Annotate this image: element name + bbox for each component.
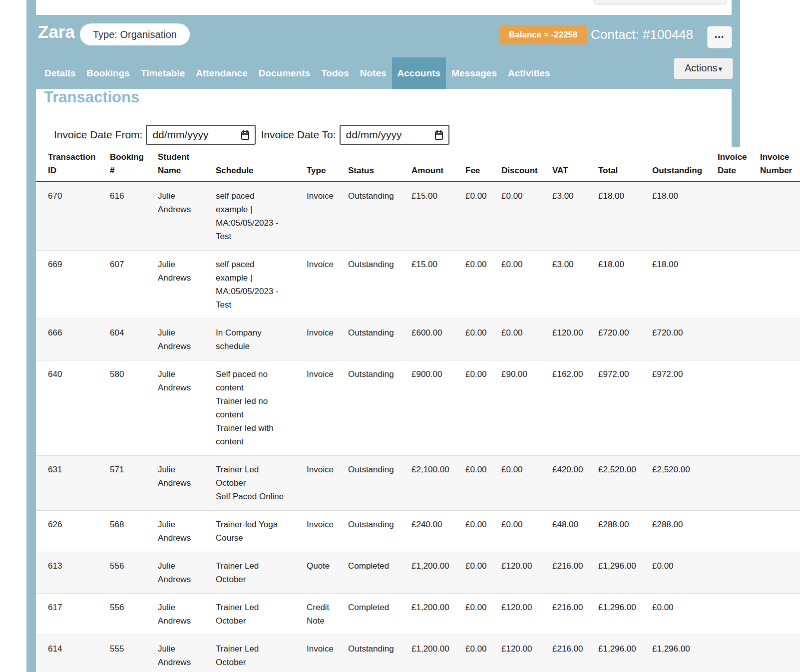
cell-transaction-id: 670 — [36, 182, 98, 251]
cell-transaction-id: 666 — [36, 319, 98, 360]
column-header-status: Status — [336, 147, 400, 182]
schedule-item: Trainer Led October — [216, 642, 286, 669]
cell-amount: £1,200.00 — [400, 552, 453, 594]
type-pill: Type: Organisation — [80, 23, 190, 45]
cell-outstanding: £0.00 — [640, 594, 706, 635]
cell-outstanding: £972.00 — [640, 360, 706, 456]
tab-details[interactable]: Details — [39, 57, 81, 89]
cell-amount: £1,200.00 — [400, 635, 453, 672]
tab-todos[interactable]: Todos — [316, 57, 355, 89]
calendar-icon[interactable] — [240, 130, 250, 140]
cell-vat: £3.00 — [540, 182, 586, 251]
actions-button[interactable]: Actions▾ — [674, 58, 733, 79]
invoice-date-from-label: Invoice Date From: — [54, 129, 142, 141]
tab-activities[interactable]: Activities — [502, 57, 555, 89]
cell-total: £1,296.00 — [586, 635, 640, 672]
calendar-icon[interactable] — [434, 130, 444, 140]
cell-status: Outstanding — [336, 511, 400, 552]
schedule-item: Self paced no content — [216, 367, 286, 394]
cell-fee: £0.00 — [453, 511, 489, 552]
cell-discount: £120.00 — [489, 635, 540, 672]
column-header-transaction-id: Transaction ID — [36, 147, 98, 182]
cell-student-name: Julie Andrews — [146, 552, 204, 594]
column-header-discount: Discount — [489, 147, 540, 182]
cell-outstanding: £0.00 — [640, 552, 706, 594]
cell-vat: £120.00 — [540, 319, 586, 360]
cell-schedule: Trainer Led OctoberSelf Paced Online — [204, 456, 295, 511]
cell-outstanding: £288.00 — [640, 511, 706, 552]
cell-discount: £0.00 — [489, 319, 540, 360]
cell-fee: £0.00 — [453, 552, 489, 594]
table-row: 640580Julie AndrewsSelf paced no content… — [36, 360, 800, 456]
contact-name: Zara — [38, 22, 75, 42]
column-header-amount: Amount — [400, 147, 453, 182]
cell-vat: £48.00 — [540, 511, 586, 552]
cell-fee: £0.00 — [453, 635, 489, 672]
schedule-item: Trainer led with content — [216, 421, 286, 448]
cell-fee: £0.00 — [453, 456, 489, 511]
cell-invoice-date — [706, 319, 748, 360]
column-header-total: Total — [586, 147, 640, 182]
cell-fee: £0.00 — [453, 251, 489, 319]
cell-booking: 556 — [98, 552, 146, 594]
tab-messages[interactable]: Messages — [446, 57, 502, 89]
tab-documents[interactable]: Documents — [253, 57, 316, 89]
tab-accounts[interactable]: Accounts — [392, 57, 446, 89]
cell-student-name: Julie Andrews — [146, 319, 204, 360]
cell-fee: £0.00 — [453, 319, 489, 360]
top-edge-partial-button — [594, 0, 727, 4]
cell-booking: 556 — [98, 594, 146, 635]
cell-booking: 580 — [98, 360, 146, 456]
contact-accounts-page: Zara Type: Organisation Balance = -22258… — [0, 0, 800, 672]
cell-transaction-id: 669 — [36, 251, 98, 319]
schedule-item: self paced example | MA:05/05/2023 - Tes… — [216, 258, 286, 312]
column-header-schedule: Schedule — [204, 147, 295, 182]
cell-status: Completed — [336, 594, 400, 635]
cell-total: £1,296.00 — [586, 552, 640, 594]
cell-schedule: self paced example | MA:05/05/2023 - Tes… — [204, 251, 295, 319]
tab-timetable[interactable]: Timetable — [135, 57, 190, 89]
cell-type: Invoice — [295, 360, 336, 456]
cell-schedule: In Company schedule — [204, 319, 295, 360]
cell-discount: £90.00 — [489, 360, 540, 456]
column-header-fee: Fee — [453, 147, 489, 182]
cell-student-name: Julie Andrews — [146, 511, 204, 552]
invoice-date-filters: Invoice Date From: dd/mm/yyyy Invoice Da… — [54, 124, 449, 145]
cell-student-name: Julie Andrews — [146, 456, 204, 511]
schedule-item: In Company schedule — [216, 326, 286, 353]
tab-bookings[interactable]: Bookings — [81, 57, 135, 89]
cell-total: £18.00 — [586, 182, 640, 251]
table-row: 626568Julie AndrewsTrainer-led Yoga Cour… — [36, 511, 800, 552]
cell-status: Outstanding — [336, 456, 400, 511]
cell-outstanding: £1,296.00 — [640, 635, 706, 672]
cell-type: Invoice — [295, 456, 336, 511]
invoice-date-from-input[interactable]: dd/mm/yyyy — [146, 125, 256, 145]
cell-fee: £0.00 — [453, 360, 489, 456]
tab-notes[interactable]: Notes — [355, 57, 392, 89]
invoice-date-to-input[interactable]: dd/mm/yyyy — [340, 125, 449, 145]
table-row: 666604Julie AndrewsIn Company scheduleIn… — [36, 319, 800, 360]
cell-discount: £120.00 — [489, 594, 540, 635]
cell-student-name: Julie Andrews — [146, 360, 204, 456]
schedule-item: Trainer Led October — [216, 463, 286, 490]
date-placeholder: dd/mm/yyyy — [152, 129, 208, 141]
table-row: 617556Julie AndrewsTrainer Led OctoberCr… — [36, 594, 800, 635]
cell-invoice-number — [748, 552, 800, 594]
cell-total: £18.00 — [586, 251, 640, 319]
schedule-item: Self Paced Online — [216, 490, 286, 503]
table-row: 669607Julie Andrewsself paced example | … — [36, 251, 800, 319]
cell-total: £2,520.00 — [586, 456, 640, 511]
cell-booking: 555 — [98, 635, 146, 672]
more-options-button[interactable]: ••• — [707, 26, 732, 48]
tab-attendance[interactable]: Attendance — [190, 57, 253, 89]
cell-invoice-number — [748, 456, 800, 511]
cell-schedule: Trainer Led October — [204, 552, 295, 594]
column-header-type: Type — [295, 147, 336, 182]
cell-schedule: Trainer Led October — [204, 594, 295, 635]
cell-invoice-date — [706, 635, 748, 672]
cell-status: Outstanding — [336, 251, 400, 319]
cell-amount: £2,100.00 — [400, 456, 453, 511]
cell-student-name: Julie Andrews — [146, 594, 204, 635]
cell-booking: 571 — [98, 456, 146, 511]
cell-student-name: Julie Andrews — [146, 635, 204, 672]
